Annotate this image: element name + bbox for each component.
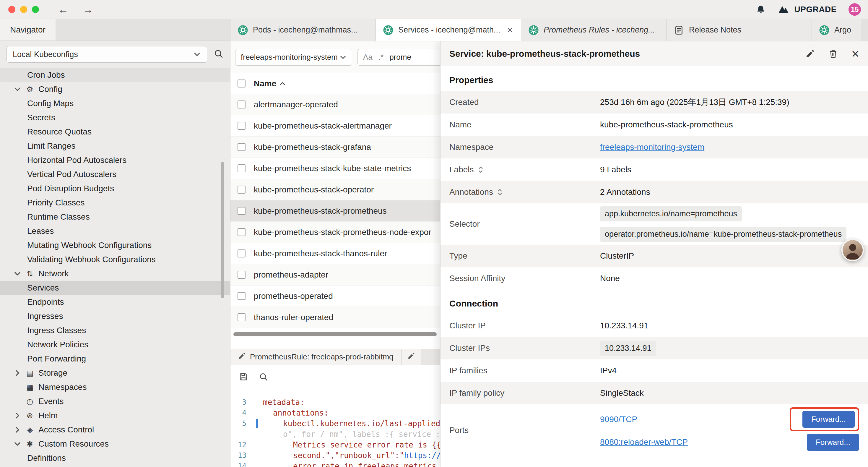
detail-text: IPv4 <box>600 366 617 375</box>
detail-row-selector: Selectorapp.kubernetes.io/name=prometheu… <box>440 203 868 245</box>
back-arrow-icon[interactable]: ← <box>58 3 68 16</box>
tab-argo-se[interactable]: Argo Se <box>812 19 861 41</box>
sidebar-item-pod-disruption-budgets[interactable]: Pod Disruption Budgets <box>0 181 230 196</box>
edit-icon[interactable] <box>805 49 815 59</box>
sidebar-item-ingress-classes[interactable]: Ingress Classes <box>0 323 230 338</box>
detail-text: ClusterIP <box>600 251 634 260</box>
sidebar-item-limit-ranges[interactable]: Limit Ranges <box>0 139 230 153</box>
port-link[interactable]: 9090/TCP <box>600 415 637 424</box>
sidebar-item-config[interactable]: ⚙Config <box>0 82 230 96</box>
sidebar-item-helm[interactable]: ⊛Helm <box>0 408 230 423</box>
chevron-down-icon <box>193 51 201 58</box>
navigator-search-icon[interactable] <box>214 49 224 60</box>
row-checkbox[interactable] <box>238 313 246 321</box>
sidebar-item-priority-classes[interactable]: Priority Classes <box>0 196 230 210</box>
row-checkbox[interactable] <box>238 207 246 215</box>
port-row: 9090/TCPForward... <box>600 407 859 431</box>
detail-label: Session Affinity <box>450 274 600 283</box>
row-checkbox[interactable] <box>238 143 246 151</box>
expander-icon[interactable] <box>477 166 484 174</box>
sidebar-item-definitions[interactable]: Definitions <box>0 451 230 465</box>
sidebar-item-validating-webhook-configurations[interactable]: Validating Webhook Configurations <box>0 253 230 267</box>
chevron-down-icon[interactable] <box>13 270 21 278</box>
tab-pods-icecheng-mathmas[interactable]: Pods - icecheng@mathmas... <box>230 19 376 41</box>
row-checkbox[interactable] <box>238 122 246 130</box>
upgrade-button[interactable]: UPGRADE <box>778 4 837 14</box>
namespace-selector[interactable]: freeleaps-monitoring-system <box>235 49 352 66</box>
forward-arrow-icon[interactable]: → <box>83 3 93 16</box>
notification-count-badge[interactable]: 15 <box>848 3 861 16</box>
line-text: annotations: <box>253 408 329 417</box>
notifications-bell-icon[interactable] <box>756 4 766 14</box>
sidebar-item-horizontal-pod-autoscalers[interactable]: Horizontal Pod Autoscalers <box>0 153 230 167</box>
row-checkbox[interactable] <box>238 185 246 194</box>
sidebar-item-network[interactable]: ⇅Network <box>0 267 230 281</box>
regex-toggle[interactable]: .* <box>378 53 383 62</box>
sidebar-item-label: Limit Ranges <box>27 141 75 151</box>
sidebar-item-label: Runtime Classes <box>27 212 90 222</box>
sidebar-item-network-policies[interactable]: Network Policies <box>0 338 230 352</box>
sidebar-item-custom-resources[interactable]: ✱Custom Resources <box>0 437 230 451</box>
row-checkbox[interactable] <box>238 250 246 258</box>
forward-button[interactable]: Forward... <box>802 411 855 428</box>
sidebar-item-runtime-classes[interactable]: Runtime Classes <box>0 210 230 224</box>
match-case-toggle[interactable]: Aa <box>363 53 373 62</box>
name-column-header[interactable]: Name <box>254 79 286 88</box>
sidebar-item-config-maps[interactable]: Config Maps <box>0 96 230 111</box>
port-link[interactable]: 8080:reloader-web/TCP <box>600 437 688 447</box>
save-icon[interactable] <box>239 372 248 383</box>
sidebar-item-leases[interactable]: Leases <box>0 224 230 238</box>
detail-value: 10.233.14.91 <box>600 321 859 330</box>
expander-icon[interactable] <box>497 188 503 196</box>
table-horizontal-scrollbar[interactable] <box>234 332 437 337</box>
chevron-down-icon[interactable] <box>13 85 21 93</box>
sidebar-item-events[interactable]: ◷Events <box>0 394 230 408</box>
sidebar-item-storage[interactable]: ▤Storage <box>0 366 230 380</box>
sidebar-item-mutating-webhook-configurations[interactable]: Mutating Webhook Configurations <box>0 238 230 253</box>
sidebar-item-services[interactable]: Services <box>0 281 230 295</box>
sidebar-item-namespaces[interactable]: ▦Namespaces <box>0 380 230 394</box>
detail-label: Name <box>450 120 600 129</box>
tab-prometheus-rules-icecheng[interactable]: Prometheus Rules - icecheng... <box>521 19 666 41</box>
line-text: kubectl.kubernetes.io/last-applied-co <box>253 419 454 428</box>
sidebar-item-endpoints[interactable]: Endpoints <box>0 295 230 309</box>
sidebar-item-vertical-pod-autoscalers[interactable]: Vertical Pod Autoscalers <box>0 167 230 181</box>
row-checkbox[interactable] <box>238 292 246 300</box>
detail-value: ClusterIP <box>600 251 859 261</box>
sidebar-item-access-control[interactable]: ◈Access Control <box>0 423 230 437</box>
row-checkbox[interactable] <box>238 228 246 236</box>
row-checkbox[interactable] <box>238 100 246 109</box>
dock-tab-prometheusrule[interactable]: PrometheusRule: freeleaps-prod-rabbitmq <box>230 349 402 365</box>
forward-button[interactable]: Forward... <box>807 434 859 451</box>
row-checkbox[interactable] <box>238 164 246 172</box>
navigator-scrollbar[interactable] <box>221 162 224 298</box>
sidebar-item-ingresses[interactable]: Ingresses <box>0 309 230 323</box>
chevron-right-icon[interactable] <box>13 369 21 377</box>
row-checkbox[interactable] <box>238 271 246 279</box>
value-badge: operator.prometheus.io/name=kube-prometh… <box>600 227 846 242</box>
sidebar-item-port-forwarding[interactable]: Port Forwarding <box>0 352 230 366</box>
tab-release-notes[interactable]: Release Notes <box>666 19 812 41</box>
detail-label: Ports <box>450 426 600 435</box>
delete-icon[interactable] <box>829 49 838 59</box>
close-icon[interactable]: × <box>851 47 859 60</box>
sidebar-item-secrets[interactable]: Secrets <box>0 111 230 125</box>
window-close-button[interactable] <box>8 6 16 13</box>
namespace-link[interactable]: freeleaps-monitoring-system <box>600 143 704 152</box>
avatar[interactable] <box>841 239 864 261</box>
network-icon: ⇅ <box>25 269 35 279</box>
chevron-down-icon[interactable] <box>13 440 21 448</box>
window-minimize-button[interactable] <box>20 6 27 13</box>
kubeconfig-selector[interactable]: Local Kubeconfigs <box>6 46 207 63</box>
tab-services-icecheng-math[interactable]: Services - icecheng@math...× <box>376 19 521 41</box>
chevron-right-icon[interactable] <box>13 412 21 419</box>
sidebar-item-resource-quotas[interactable]: Resource Quotas <box>0 125 230 139</box>
tab-close-icon[interactable]: × <box>506 25 514 35</box>
window-zoom-button[interactable] <box>32 6 39 13</box>
chevron-right-icon[interactable] <box>13 426 21 434</box>
sidebar-item-cron-jobs[interactable]: Cron Jobs <box>0 68 230 82</box>
dock-tab-next[interactable] <box>402 349 421 365</box>
search-input[interactable]: prome <box>390 53 411 62</box>
select-all-checkbox[interactable] <box>238 80 246 87</box>
editor-search-icon[interactable] <box>259 372 268 383</box>
